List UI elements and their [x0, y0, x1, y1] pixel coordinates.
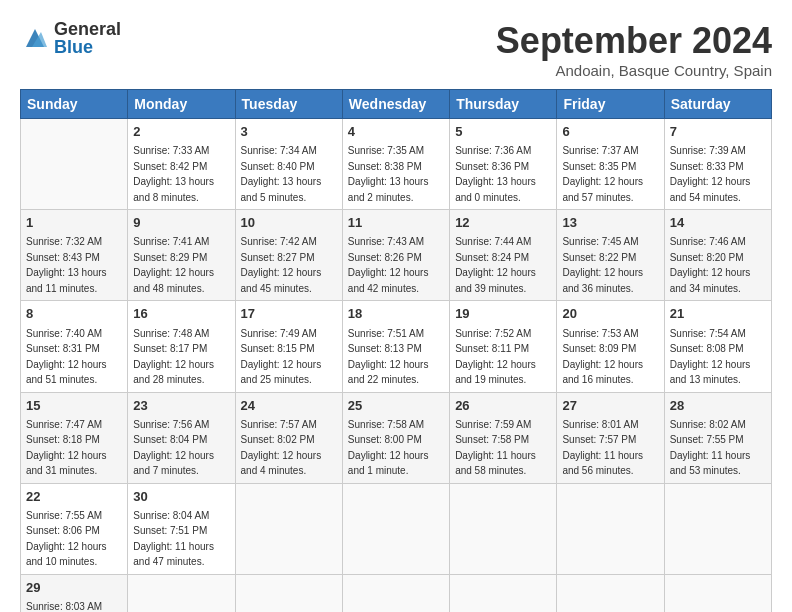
calendar-week-row: 2Sunrise: 7:33 AMSunset: 8:42 PMDaylight…	[21, 119, 772, 210]
calendar-header-row: Sunday Monday Tuesday Wednesday Thursday…	[21, 90, 772, 119]
day-cell-19: 19Sunrise: 7:52 AMSunset: 8:11 PMDayligh…	[450, 301, 557, 392]
day-info: Sunrise: 7:32 AMSunset: 8:43 PMDaylight:…	[26, 236, 107, 294]
day-info: Sunrise: 7:46 AMSunset: 8:20 PMDaylight:…	[670, 236, 751, 294]
day-info: Sunrise: 7:33 AMSunset: 8:42 PMDaylight:…	[133, 145, 214, 203]
day-info: Sunrise: 7:44 AMSunset: 8:24 PMDaylight:…	[455, 236, 536, 294]
logo: General Blue	[20, 20, 121, 56]
day-number: 13	[562, 214, 658, 232]
day-info: Sunrise: 7:47 AMSunset: 8:18 PMDaylight:…	[26, 419, 107, 477]
day-number: 18	[348, 305, 444, 323]
day-number: 17	[241, 305, 337, 323]
day-number: 24	[241, 397, 337, 415]
day-cell-10: 10Sunrise: 7:42 AMSunset: 8:27 PMDayligh…	[235, 210, 342, 301]
day-info: Sunrise: 7:48 AMSunset: 8:17 PMDaylight:…	[133, 328, 214, 386]
location-text: Andoain, Basque Country, Spain	[496, 62, 772, 79]
day-number: 8	[26, 305, 122, 323]
calendar-week-row: 8Sunrise: 7:40 AMSunset: 8:31 PMDaylight…	[21, 301, 772, 392]
day-info: Sunrise: 7:43 AMSunset: 8:26 PMDaylight:…	[348, 236, 429, 294]
day-cell-15: 15Sunrise: 7:47 AMSunset: 8:18 PMDayligh…	[21, 392, 128, 483]
day-number: 30	[133, 488, 229, 506]
day-number: 23	[133, 397, 229, 415]
day-cell-9: 9Sunrise: 7:41 AMSunset: 8:29 PMDaylight…	[128, 210, 235, 301]
day-info: Sunrise: 7:35 AMSunset: 8:38 PMDaylight:…	[348, 145, 429, 203]
month-title: September 2024	[496, 20, 772, 62]
day-info: Sunrise: 7:37 AMSunset: 8:35 PMDaylight:…	[562, 145, 643, 203]
day-cell-5: 5Sunrise: 7:36 AMSunset: 8:36 PMDaylight…	[450, 119, 557, 210]
day-cell-12: 12Sunrise: 7:44 AMSunset: 8:24 PMDayligh…	[450, 210, 557, 301]
empty-cell	[342, 574, 449, 612]
day-cell-4: 4Sunrise: 7:35 AMSunset: 8:38 PMDaylight…	[342, 119, 449, 210]
empty-cell	[128, 574, 235, 612]
day-info: Sunrise: 7:58 AMSunset: 8:00 PMDaylight:…	[348, 419, 429, 477]
logo-general-text: General	[54, 20, 121, 38]
empty-cell	[664, 483, 771, 574]
day-cell-7: 7Sunrise: 7:39 AMSunset: 8:33 PMDaylight…	[664, 119, 771, 210]
day-info: Sunrise: 7:52 AMSunset: 8:11 PMDaylight:…	[455, 328, 536, 386]
day-cell-1: 1Sunrise: 7:32 AMSunset: 8:43 PMDaylight…	[21, 210, 128, 301]
col-sunday: Sunday	[21, 90, 128, 119]
day-info: Sunrise: 7:40 AMSunset: 8:31 PMDaylight:…	[26, 328, 107, 386]
day-info: Sunrise: 7:59 AMSunset: 7:58 PMDaylight:…	[455, 419, 536, 477]
day-cell-18: 18Sunrise: 7:51 AMSunset: 8:13 PMDayligh…	[342, 301, 449, 392]
empty-cell	[21, 119, 128, 210]
day-cell-6: 6Sunrise: 7:37 AMSunset: 8:35 PMDaylight…	[557, 119, 664, 210]
day-number: 7	[670, 123, 766, 141]
day-cell-17: 17Sunrise: 7:49 AMSunset: 8:15 PMDayligh…	[235, 301, 342, 392]
day-cell-22: 22Sunrise: 7:55 AMSunset: 8:06 PMDayligh…	[21, 483, 128, 574]
day-number: 12	[455, 214, 551, 232]
day-number: 29	[26, 579, 122, 597]
day-number: 11	[348, 214, 444, 232]
calendar-table: Sunday Monday Tuesday Wednesday Thursday…	[20, 89, 772, 612]
day-number: 4	[348, 123, 444, 141]
day-cell-11: 11Sunrise: 7:43 AMSunset: 8:26 PMDayligh…	[342, 210, 449, 301]
day-number: 10	[241, 214, 337, 232]
day-info: Sunrise: 7:56 AMSunset: 8:04 PMDaylight:…	[133, 419, 214, 477]
day-cell-2: 2Sunrise: 7:33 AMSunset: 8:42 PMDaylight…	[128, 119, 235, 210]
day-number: 16	[133, 305, 229, 323]
day-number: 27	[562, 397, 658, 415]
logo-blue-text: Blue	[54, 38, 121, 56]
col-friday: Friday	[557, 90, 664, 119]
day-number: 20	[562, 305, 658, 323]
day-info: Sunrise: 7:53 AMSunset: 8:09 PMDaylight:…	[562, 328, 643, 386]
day-info: Sunrise: 7:34 AMSunset: 8:40 PMDaylight:…	[241, 145, 322, 203]
day-info: Sunrise: 7:42 AMSunset: 8:27 PMDaylight:…	[241, 236, 322, 294]
empty-cell	[450, 483, 557, 574]
day-info: Sunrise: 7:49 AMSunset: 8:15 PMDaylight:…	[241, 328, 322, 386]
calendar-week-row: 22Sunrise: 7:55 AMSunset: 8:06 PMDayligh…	[21, 483, 772, 574]
empty-cell	[235, 574, 342, 612]
day-info: Sunrise: 8:02 AMSunset: 7:55 PMDaylight:…	[670, 419, 751, 477]
day-cell-24: 24Sunrise: 7:57 AMSunset: 8:02 PMDayligh…	[235, 392, 342, 483]
calendar-week-row: 1Sunrise: 7:32 AMSunset: 8:43 PMDaylight…	[21, 210, 772, 301]
day-cell-16: 16Sunrise: 7:48 AMSunset: 8:17 PMDayligh…	[128, 301, 235, 392]
calendar-week-row: 29Sunrise: 8:03 AMSunset: 7:53 PMDayligh…	[21, 574, 772, 612]
title-area: September 2024 Andoain, Basque Country, …	[496, 20, 772, 79]
empty-cell	[235, 483, 342, 574]
day-number: 5	[455, 123, 551, 141]
col-tuesday: Tuesday	[235, 90, 342, 119]
day-cell-26: 26Sunrise: 7:59 AMSunset: 7:58 PMDayligh…	[450, 392, 557, 483]
empty-cell	[557, 574, 664, 612]
day-number: 3	[241, 123, 337, 141]
empty-cell	[450, 574, 557, 612]
day-cell-14: 14Sunrise: 7:46 AMSunset: 8:20 PMDayligh…	[664, 210, 771, 301]
day-info: Sunrise: 7:55 AMSunset: 8:06 PMDaylight:…	[26, 510, 107, 568]
day-number: 2	[133, 123, 229, 141]
empty-cell	[557, 483, 664, 574]
day-cell-20: 20Sunrise: 7:53 AMSunset: 8:09 PMDayligh…	[557, 301, 664, 392]
day-info: Sunrise: 8:01 AMSunset: 7:57 PMDaylight:…	[562, 419, 643, 477]
day-number: 9	[133, 214, 229, 232]
col-saturday: Saturday	[664, 90, 771, 119]
day-cell-28: 28Sunrise: 8:02 AMSunset: 7:55 PMDayligh…	[664, 392, 771, 483]
day-number: 14	[670, 214, 766, 232]
empty-cell	[342, 483, 449, 574]
col-monday: Monday	[128, 90, 235, 119]
day-info: Sunrise: 7:36 AMSunset: 8:36 PMDaylight:…	[455, 145, 536, 203]
day-cell-30: 30Sunrise: 8:04 AMSunset: 7:51 PMDayligh…	[128, 483, 235, 574]
logo-icon	[20, 23, 50, 53]
day-info: Sunrise: 7:45 AMSunset: 8:22 PMDaylight:…	[562, 236, 643, 294]
day-info: Sunrise: 7:57 AMSunset: 8:02 PMDaylight:…	[241, 419, 322, 477]
day-info: Sunrise: 7:39 AMSunset: 8:33 PMDaylight:…	[670, 145, 751, 203]
day-number: 19	[455, 305, 551, 323]
day-number: 15	[26, 397, 122, 415]
